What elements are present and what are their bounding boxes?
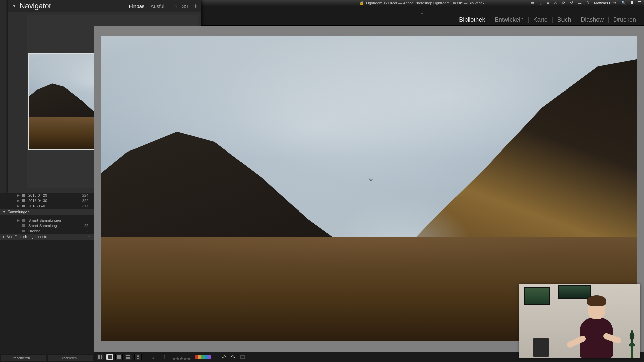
star-icon[interactable]: ★: [179, 355, 182, 359]
chevron-right-icon[interactable]: ▶: [17, 199, 20, 202]
lock-icon: 🔒: [359, 1, 364, 5]
module-separator: |: [552, 16, 553, 23]
collection-name: Smart-Sammlung: [28, 224, 84, 228]
folder-icon: [22, 205, 25, 207]
rotate-right-button[interactable]: ↷: [229, 354, 237, 360]
module-separator: |: [608, 16, 609, 23]
module-drucken[interactable]: Drucken: [612, 16, 637, 23]
disclosure-down-icon[interactable]: ▼: [12, 4, 16, 8]
updates-icon[interactable]: ⟳: [562, 1, 565, 5]
sync-button[interactable]: [239, 354, 246, 360]
publish-title: Veröffentlichungsdienste: [7, 235, 47, 239]
add-publish-icon[interactable]: ＋: [87, 234, 91, 240]
zoom-cursor-icon: ⊕: [369, 176, 373, 182]
svg-point-10: [137, 355, 139, 357]
star-icon[interactable]: ★: [186, 355, 190, 359]
collection-name: Smart-Sammlungen: [28, 218, 88, 222]
svg-rect-8: [128, 355, 130, 356]
grid-view-button[interactable]: [97, 354, 104, 360]
user-name[interactable]: Matthias Butz: [594, 1, 616, 5]
module-separator: |: [575, 16, 577, 23]
sort-button[interactable]: [160, 354, 167, 360]
svg-rect-4: [108, 355, 112, 359]
chevron-right-icon[interactable]: ▶: [17, 204, 20, 208]
color-label-purple[interactable]: [208, 355, 211, 359]
collections-header[interactable]: ▼ Sammlungen ＋: [0, 209, 94, 215]
rating-stars[interactable]: ★ ★ ★ ★ ★: [172, 355, 190, 359]
star-icon[interactable]: ★: [175, 355, 179, 359]
dnd-icon[interactable]: ☽: [586, 1, 589, 5]
collection-row[interactable]: Smart-Sammlung 22: [0, 223, 94, 228]
navigator-zoom-controls: Einpas. Ausfül. 1:1 3:1 ▲▼: [129, 3, 197, 9]
folder-count: 224: [82, 193, 88, 197]
module-diashow[interactable]: Diashow: [579, 16, 605, 23]
collection-icon: [22, 230, 25, 232]
notification-center-icon[interactable]: ☰: [638, 1, 641, 5]
svg-rect-1: [101, 355, 102, 357]
navigator-title: Navigator: [20, 2, 51, 10]
left-tree: ▶ 2018-04-29 224 ▶ 2018-04-30 322 ▶ 2018…: [0, 193, 94, 355]
collection-count: 22: [84, 224, 88, 228]
svg-rect-0: [98, 355, 100, 357]
color-label-green[interactable]: [201, 355, 205, 359]
chevron-right-icon[interactable]: ▶: [17, 194, 20, 197]
folder-icon: [22, 199, 25, 202]
collection-count: 2: [86, 229, 88, 233]
zoom-fill[interactable]: Ausfül.: [151, 3, 166, 9]
mac-menubar: 🔒 Lightroom 1x1.lrcat — Adobe Photoshop …: [200, 0, 644, 6]
spotlight-icon[interactable]: 🔍: [621, 1, 626, 5]
zoom-ratio[interactable]: 3:1: [182, 3, 189, 9]
time-machine-icon[interactable]: ↺: [570, 1, 573, 5]
survey-view-button[interactable]: [125, 354, 132, 360]
import-button[interactable]: Importieren …: [1, 355, 46, 361]
flame-icon[interactable]: ♨: [554, 1, 557, 5]
chevron-right-icon[interactable]: ▶: [3, 235, 5, 238]
color-label-blue[interactable]: [205, 355, 208, 359]
module-separator: |: [489, 16, 491, 23]
zoom-1to1[interactable]: 1:1: [170, 3, 177, 9]
presenter-webcam-overlay: [519, 284, 640, 358]
folder-icon: [22, 194, 25, 197]
folder-name: 2018-04-30: [28, 199, 82, 203]
control-center-icon[interactable]: ⠿: [631, 1, 633, 5]
desk-speaker: [533, 338, 549, 357]
svg-rect-6: [119, 355, 121, 359]
people-view-button[interactable]: [134, 354, 142, 360]
module-entwickeln[interactable]: Entwickeln: [493, 16, 525, 23]
module-karte[interactable]: Karte: [532, 16, 549, 23]
folder-row[interactable]: ▶ 2018-04-30 322: [0, 198, 94, 203]
chevron-right-icon[interactable]: ▶: [17, 219, 20, 222]
export-button[interactable]: Exportieren …: [48, 355, 93, 361]
divider-icon: —: [578, 1, 581, 5]
star-icon[interactable]: ★: [183, 355, 186, 359]
add-collection-icon[interactable]: ＋: [87, 209, 91, 215]
folder-name: 2018-04-29: [28, 193, 82, 197]
publish-header[interactable]: ▶ Veröffentlichungsdienste ＋: [0, 234, 94, 240]
presenter: [570, 294, 620, 358]
compare-view-button[interactable]: [115, 354, 123, 360]
svg-rect-11: [137, 358, 139, 359]
loupe-view-button[interactable]: [106, 354, 113, 360]
color-label-red[interactable]: [195, 355, 198, 359]
star-icon[interactable]: ★: [172, 355, 175, 359]
module-buch[interactable]: Buch: [556, 16, 573, 23]
left-bottom-buttons: Importieren … Exportieren …: [0, 354, 94, 362]
module-bibliothek[interactable]: Bibliothek: [458, 16, 486, 23]
svg-rect-2: [98, 357, 100, 359]
display-icon[interactable]: ▭: [531, 1, 534, 5]
smart-collection-icon: [22, 219, 25, 222]
folder-row[interactable]: ▶ 2018-05-01 317: [0, 203, 94, 209]
rotate-left-button[interactable]: ↶: [220, 354, 227, 360]
panel-expand-triangle-icon[interactable]: [420, 13, 424, 15]
collections-title: Sammlungen: [8, 210, 30, 214]
zoom-stepper-icon[interactable]: ▲▼: [194, 4, 197, 8]
dropbox-icon[interactable]: ⧉: [547, 1, 549, 5]
collection-row[interactable]: Drohne 2: [0, 228, 94, 234]
collection-row[interactable]: ▶ Smart-Sammlungen: [0, 218, 94, 223]
cloud-sync-icon[interactable]: ◌: [539, 1, 542, 5]
folder-row[interactable]: ▶ 2018-04-29 224: [0, 193, 94, 198]
disclosure-down-icon[interactable]: ▼: [3, 210, 6, 214]
color-label-yellow[interactable]: [198, 355, 201, 359]
zoom-fit[interactable]: Einpas.: [129, 3, 146, 9]
painter-tool-button[interactable]: [150, 354, 158, 360]
